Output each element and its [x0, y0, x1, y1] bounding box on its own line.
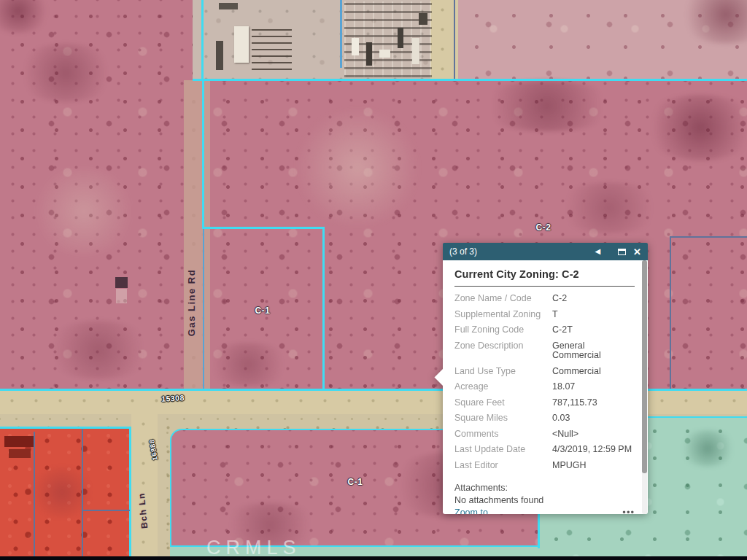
table-row: Full Zoning CodeC-2T	[454, 322, 635, 338]
rig-structure	[419, 13, 427, 25]
field-label: Square Feet	[454, 398, 552, 408]
vegetation	[44, 321, 153, 379]
popup-title: Current City Zoning: C-2	[454, 268, 635, 280]
sand-wash	[29, 168, 139, 255]
selected-parcel-outline-south-leg	[322, 227, 325, 391]
rig-structure	[398, 28, 403, 48]
title-divider	[454, 286, 635, 287]
field-label: Supplemental Zoning	[454, 310, 552, 320]
field-value: C-2T	[552, 325, 573, 335]
zone-boundary	[193, 79, 747, 81]
field-value: Commercial	[552, 367, 601, 377]
feature-info-popup: (3 of 3) ◀ ✕ Current City Zoning: C-2 Zo…	[443, 243, 648, 514]
street-label-gas-line-rd: Gas Line Rd	[186, 269, 197, 336]
rig-structure	[379, 50, 390, 58]
attribute-table: Zone Name / CodeC-2 Supplemental ZoningT…	[454, 291, 635, 473]
parcel-line	[82, 429, 83, 560]
popup-header[interactable]: (3 of 3) ◀ ✕	[443, 243, 648, 260]
red-parcel-outline-top	[0, 427, 131, 429]
popup-scrollbar-thumb[interactable]	[642, 260, 647, 473]
red-parcel-building	[9, 449, 31, 458]
field-value: 0.03	[552, 413, 570, 424]
parcel-line	[670, 236, 747, 238]
field-label: Land Use Type	[454, 367, 552, 377]
attachments-heading: Attachments:	[454, 482, 635, 494]
selected-parcel-outline-step	[202, 227, 325, 229]
field-label: Full Zoning Code	[454, 325, 552, 335]
field-value: 18.07	[552, 382, 575, 392]
parcel-line	[34, 432, 35, 560]
field-label: Comments	[454, 429, 552, 440]
field-label: Acreage	[454, 382, 552, 392]
parcel-line	[340, 0, 342, 68]
popup-body: Current City Zoning: C-2 Zone Name / Cod…	[443, 260, 648, 514]
more-options-icon[interactable]: •••	[622, 510, 635, 514]
zoning-map-canvas[interactable]: C-2 C-1 C-1 Gas Line Rd Bch Ln 15308 168…	[0, 0, 747, 560]
sand-wash	[292, 109, 423, 226]
vegetation	[15, 44, 117, 102]
selected-parcel-outline-west	[202, 80, 204, 229]
pink-parcel-outline-east	[538, 510, 540, 548]
map-edge-bar	[0, 556, 747, 560]
table-row: Zone Name / CodeC-2	[454, 291, 635, 307]
address-label-15308: 15308	[161, 393, 185, 403]
parcel-line	[670, 236, 671, 389]
vegetation	[554, 182, 664, 233]
zone-label-c1-mid: C-1	[255, 306, 271, 316]
maximize-icon[interactable]	[618, 249, 626, 255]
parcel-line	[203, 229, 204, 391]
table-row: Last Update Date4/3/2019, 12:59 PM	[454, 442, 635, 458]
small-roof	[219, 3, 238, 9]
table-row: Square Miles0.03	[454, 411, 635, 427]
equipment-rows	[252, 25, 292, 70]
table-row: Land Use TypeCommercial	[454, 364, 635, 380]
red-parcel-building	[4, 436, 35, 447]
field-label: Zone Description	[454, 341, 552, 361]
popup-pager-text: (3 of 3)	[449, 246, 477, 257]
field-value: 4/3/2019, 12:59 PM	[552, 445, 632, 455]
parcel-line	[454, 0, 455, 81]
popup-scrollbar	[642, 260, 647, 514]
attachments-section: Attachments: No attachments found	[454, 482, 635, 507]
bch-ln-road-surface	[131, 414, 158, 560]
dark-building	[216, 41, 223, 70]
field-label: Last Editor	[454, 461, 552, 471]
vegetation	[474, 80, 620, 131]
vegetation	[678, 430, 737, 467]
zone-label-c2: C-2	[536, 222, 551, 233]
field-value: C-2	[552, 294, 567, 304]
parcel-line	[82, 510, 130, 511]
table-row: Supplemental ZoningT	[454, 307, 635, 323]
previous-feature-icon[interactable]: ◀	[595, 248, 600, 255]
rig-structure	[352, 38, 359, 55]
table-row: Zone DescriptionGeneral Commercial	[454, 338, 635, 364]
rig-structure	[412, 38, 419, 64]
red-parcel-outline-right	[129, 427, 131, 560]
field-label: Last Update Date	[454, 445, 552, 455]
field-value: <Null>	[552, 429, 578, 440]
table-row: Comments<Null>	[454, 427, 635, 443]
warehouse-building	[234, 26, 249, 63]
field-label: Zone Name / Code	[454, 294, 552, 304]
rig-structure	[366, 42, 372, 66]
close-icon[interactable]: ✕	[633, 247, 641, 257]
table-row: Square Feet787,115.73	[454, 395, 635, 411]
parcel-line	[201, 0, 204, 81]
field-value: T	[552, 310, 558, 320]
rural-house	[115, 277, 128, 288]
zoom-to-link[interactable]: Zoom to	[454, 508, 488, 514]
house-yard	[116, 289, 127, 303]
field-value: General Commercial	[552, 341, 635, 361]
field-value: MPUGH	[552, 461, 587, 471]
gas-line-road-surface	[184, 80, 210, 391]
crmls-watermark: CRMLS	[206, 537, 301, 559]
field-label: Square Miles	[454, 413, 552, 424]
table-row: Acreage18.07	[454, 379, 635, 395]
table-row: Last EditorMPUGH	[454, 458, 635, 474]
attachments-empty-text: No attachments found	[454, 494, 635, 507]
zone-label-c1-south: C-1	[348, 477, 363, 487]
vegetation	[204, 343, 292, 386]
popup-footer: Zoom to •••	[454, 508, 635, 514]
field-value: 787,115.73	[552, 398, 597, 408]
